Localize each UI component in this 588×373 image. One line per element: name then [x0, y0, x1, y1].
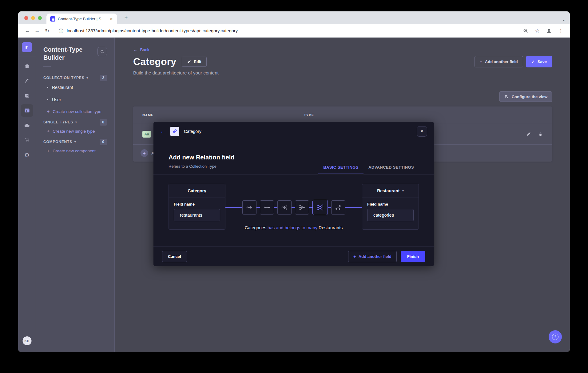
connector-line — [345, 207, 362, 208]
source-field-name-input[interactable] — [174, 209, 220, 221]
browser-window: Content-Type Builder | Strapi ✕ + ⌄ ← → … — [18, 11, 570, 352]
zoom-icon[interactable] — [521, 26, 530, 36]
modal-back-arrow-icon[interactable]: ← — [160, 128, 165, 134]
forward-button[interactable]: → — [32, 26, 42, 36]
profile-icon[interactable] — [544, 26, 554, 36]
target-relation-card: Restaurant ▾ Field name — [362, 184, 419, 230]
relation-many-to-one-button[interactable] — [295, 200, 309, 215]
add-relation-modal: ← Category ✕ Add new Relation field Refe… — [153, 122, 434, 266]
relation-many-to-many-button-selected[interactable] — [312, 200, 328, 215]
source-field-name-label: Field name — [174, 202, 220, 207]
relation-many-way-button[interactable] — [331, 200, 345, 215]
modal-title: Add new Relation field — [169, 154, 234, 161]
modal-header: ← Category ✕ — [153, 122, 434, 141]
browser-menu-icon[interactable]: ⋮ — [556, 26, 566, 36]
modal-tabs: BASIC SETTINGS ADVANCED SETTINGS — [318, 161, 419, 174]
relation-type-picker — [225, 200, 362, 215]
connector-line — [292, 207, 295, 208]
close-modal-button[interactable]: ✕ — [417, 126, 427, 137]
bookmark-star-icon[interactable]: ☆ — [532, 26, 542, 36]
tab-search-chevron-icon[interactable]: ⌄ — [562, 17, 566, 22]
plus-icon: + — [353, 254, 356, 259]
relation-link-icon — [170, 127, 179, 136]
relation-one-to-one-button[interactable] — [260, 200, 274, 215]
connector-line — [225, 207, 242, 208]
tab-basic-settings[interactable]: BASIC SETTINGS — [318, 161, 364, 174]
target-field-name-input[interactable] — [367, 209, 414, 221]
cancel-button[interactable]: Cancel — [162, 251, 187, 262]
connector-line — [256, 207, 260, 208]
target-collection-dropdown[interactable]: Restaurant ▾ — [362, 184, 419, 198]
reload-button[interactable]: ↻ — [42, 26, 52, 36]
tab-close-icon[interactable]: ✕ — [109, 16, 114, 22]
connector-line — [309, 207, 312, 208]
browser-toolbar: ← → ↻ ⓘ localhost:1337/admin/plugins/con… — [18, 24, 570, 38]
relation-one-way-button[interactable] — [242, 200, 256, 215]
caret-down-icon: ▾ — [402, 189, 404, 192]
fullscreen-window-button[interactable] — [38, 16, 42, 20]
back-button[interactable]: ← — [22, 26, 32, 36]
relation-sentence-highlight: has and belongs to many — [268, 225, 317, 230]
address-bar[interactable]: ⓘ localhost:1337/admin/plugins/content-t… — [52, 28, 517, 34]
connector-line — [328, 207, 331, 208]
site-info-icon[interactable]: ⓘ — [59, 28, 63, 34]
tab-title: Content-Type Builder | Strapi — [58, 17, 106, 21]
tab-advanced-settings[interactable]: ADVANCED SETTINGS — [364, 161, 419, 174]
connector-line — [274, 207, 277, 208]
source-card-title: Category — [169, 184, 225, 198]
modal-footer: Cancel + Add another field Finish — [153, 246, 434, 266]
browser-tabbar: Content-Type Builder | Strapi ✕ + ⌄ — [18, 11, 570, 24]
modal-add-another-field-button[interactable]: + Add another field — [348, 251, 396, 262]
new-tab-button[interactable]: + — [122, 14, 130, 22]
finish-button[interactable]: Finish — [401, 251, 425, 262]
browser-tab-active[interactable]: Content-Type Builder | Strapi ✕ — [46, 14, 117, 24]
modal-header-title: Category — [184, 129, 201, 134]
relation-sentence: Categories has and belongs to many Resta… — [225, 225, 362, 230]
modal-subtitle: Refers to a Collection Type — [169, 164, 234, 169]
window-controls — [24, 16, 42, 20]
url-text[interactable]: localhost:1337/admin/plugins/content-typ… — [67, 28, 238, 33]
minimize-window-button[interactable] — [31, 16, 35, 20]
source-relation-card: Category Field name — [169, 184, 225, 230]
strapi-favicon-icon — [50, 16, 55, 22]
close-window-button[interactable] — [24, 16, 28, 20]
target-field-name-label: Field name — [367, 202, 414, 207]
relation-one-to-many-button[interactable] — [277, 200, 292, 215]
strapi-app: ⚙ KD Content-Type Builder COLLECTION TYP… — [18, 38, 570, 352]
